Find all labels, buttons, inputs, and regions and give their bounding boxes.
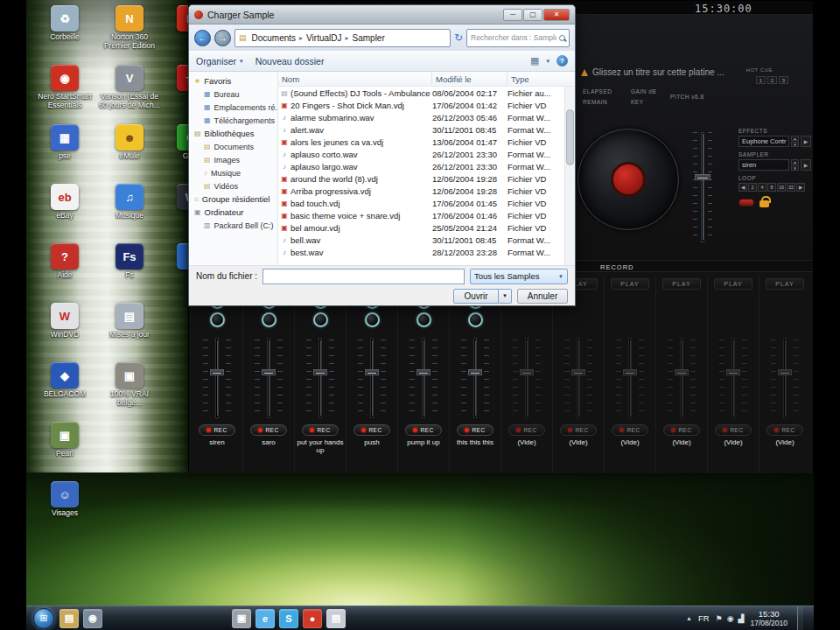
back-button[interactable]: ← (194, 30, 211, 46)
taskbar-icon[interactable]: ▤ (326, 609, 346, 628)
loop-button[interactable]: 2 (748, 183, 757, 192)
dialog-title-bar[interactable]: Charger Sample ─▢✕ (189, 5, 575, 24)
help-icon[interactable]: ? (556, 55, 568, 66)
desktop-icon[interactable]: Fs Fs (96, 243, 163, 303)
desktop-icon[interactable]: N Norton 360 Premier Edition (96, 5, 163, 65)
tray-expand-icon[interactable]: ▲ (686, 615, 692, 621)
play-button[interactable]: PLAY (714, 278, 752, 290)
tray-icon[interactable]: ▟ (738, 614, 745, 623)
hot-cue-button[interactable]: 1 (756, 76, 766, 84)
file-row[interactable]: ▣ Arriba progressiva.vdj 12/06/2004 19:2… (278, 185, 575, 197)
show-desktop-button[interactable] (797, 606, 803, 630)
desktop-icon[interactable]: ◆ BELGACOM (32, 362, 98, 422)
loop-button[interactable]: 32 (787, 183, 795, 192)
rec-button[interactable]: REC (612, 424, 648, 436)
loop-button[interactable]: 16 (777, 183, 786, 192)
jog-wheel[interactable] (578, 129, 679, 230)
desktop-icon[interactable]: ◉ Nero StartSmart Essentials (32, 65, 98, 124)
play-button[interactable]: PLAY (766, 278, 804, 290)
fader-handle[interactable] (262, 369, 276, 375)
tray-icon[interactable]: ⚑ (716, 614, 723, 623)
loop-button[interactable]: 4 (758, 183, 766, 192)
breadcrumb[interactable]: ▤ Documents▸ VirtualDJ▸ Sampler (234, 29, 451, 47)
dialog-window-button[interactable]: ▢ (523, 9, 542, 21)
scrollbar-thumb[interactable] (566, 109, 574, 165)
pitch-knob[interactable] (262, 312, 276, 327)
breadcrumb-segment[interactable]: Documents (250, 33, 298, 43)
file-row[interactable]: ▣ basic theme voice + snare.vdj 17/06/20… (278, 209, 575, 221)
nav-item[interactable]: ▤ Documents (189, 140, 277, 153)
nav-item[interactable]: ▤ Images (189, 153, 277, 166)
fader-handle[interactable] (726, 369, 740, 375)
file-row[interactable]: ♪ bell.wav 30/11/2001 08:45 Format W... (278, 234, 575, 246)
pitch-knob[interactable] (210, 312, 225, 327)
desktop-icon[interactable]: ▣ Pearl (32, 422, 98, 481)
pitch-knob[interactable] (313, 312, 328, 327)
hot-cue-button[interactable]: 2 (767, 76, 777, 84)
file-row[interactable]: ▣ bad touch.vdj 17/06/2004 01:45 Fichier… (278, 197, 575, 209)
record-mini-button[interactable] (738, 199, 754, 206)
desktop-icon[interactable]: ☺ Visages (32, 481, 98, 541)
taskbar-icon[interactable]: S (279, 609, 298, 628)
nav-item[interactable]: ♪ Musique (189, 166, 277, 179)
fader-handle[interactable] (623, 369, 637, 375)
file-row[interactable]: ♪ aplauso corto.wav 26/12/2001 23:30 For… (278, 148, 575, 160)
rec-button[interactable]: REC (250, 424, 287, 436)
desktop-icon[interactable]: V Vanson (Essai de 60 jours de Mich... (96, 65, 163, 124)
file-row[interactable]: ▤ (Sound Effects) DJ Tools - Ambulance P… (278, 87, 575, 99)
nav-item[interactable]: ⌂ Groupe résidentiel (189, 192, 277, 206)
loop-button[interactable]: ▶ (796, 183, 805, 192)
sampler-down-icon[interactable]: ▼ (791, 165, 799, 171)
nav-item[interactable]: ▦ Bureau (189, 88, 277, 101)
pitch-knob[interactable] (365, 312, 380, 327)
taskbar-icon[interactable]: ◉ (83, 609, 102, 628)
lock-icon[interactable] (760, 200, 769, 207)
fader-handle[interactable] (468, 369, 482, 375)
effects-select[interactable]: Euphone Contr (738, 136, 789, 147)
sampler-select[interactable]: siren (738, 159, 789, 171)
filetype-select[interactable]: Tous les Samples ▼ (470, 269, 568, 284)
desktop-icon[interactable]: W WinDVD (32, 303, 98, 362)
nav-item[interactable]: ▦ Téléchargements (189, 114, 277, 127)
desktop-icon[interactable]: ? Aide (32, 243, 98, 303)
pitch-knob[interactable] (416, 312, 431, 327)
column-type[interactable]: Type (508, 72, 551, 86)
fader-handle[interactable] (365, 369, 379, 375)
dialog-window-button[interactable]: ─ (503, 9, 522, 21)
desktop-icon[interactable]: ▤ Mises à jour (96, 303, 163, 362)
taskbar-icon[interactable]: ▤ (60, 609, 79, 628)
desktop-icon[interactable]: ▦ pse (32, 124, 98, 184)
file-row[interactable]: ♪ best.wav 28/12/2003 23:28 Format W... (278, 246, 575, 258)
desktop-icon[interactable]: ♻ Corbeille (32, 5, 98, 65)
tray-icon[interactable]: ◉ (727, 614, 734, 623)
filename-input[interactable] (262, 269, 465, 284)
refresh-icon[interactable]: ↻ (454, 32, 463, 44)
breadcrumb-segment[interactable]: Sampler (351, 33, 387, 43)
loop-button[interactable]: ◀ (738, 183, 747, 192)
rec-button[interactable]: REC (663, 424, 700, 436)
open-button[interactable]: Ouvrir (453, 289, 499, 304)
effects-up-icon[interactable]: ▲ (791, 136, 799, 141)
nav-item[interactable]: ▣ Ordinateur (189, 206, 277, 219)
desktop-icon[interactable]: ♫ Musique (96, 184, 163, 243)
column-name[interactable]: Nom (278, 72, 432, 86)
file-row[interactable]: ▣ 20 Fingers - Shot Dick Man.vdj 17/06/2… (278, 99, 575, 111)
rec-button[interactable]: REC (508, 424, 545, 436)
taskbar-icon[interactable]: ● (303, 609, 322, 628)
file-row[interactable]: ♪ alarme submarino.wav 26/12/2003 05:46 … (278, 111, 575, 123)
language-indicator[interactable]: FR (698, 613, 710, 623)
tab-record[interactable]: RECORD (600, 263, 634, 271)
hot-cue-button[interactable]: 3 (779, 76, 788, 84)
play-button[interactable]: PLAY (662, 278, 701, 290)
rec-button[interactable]: REC (457, 424, 494, 436)
fader-handle[interactable] (520, 369, 534, 375)
organize-button[interactable]: Organiser ▾ (196, 56, 243, 66)
taskbar-clock[interactable]: 15:30 17/08/2010 (750, 609, 788, 628)
rec-button[interactable]: REC (405, 424, 442, 436)
file-row[interactable]: ▣ around the world (8).vdj 12/06/2004 19… (278, 172, 575, 185)
file-row[interactable]: ▣ alors les jeunes ca va.vdj 13/06/2004 … (278, 136, 575, 148)
column-modified[interactable]: Modifié le (432, 72, 508, 86)
effects-down-icon[interactable]: ▼ (791, 142, 799, 147)
rec-button[interactable]: REC (199, 424, 235, 436)
sampler-up-icon[interactable]: ▲ (791, 159, 799, 164)
